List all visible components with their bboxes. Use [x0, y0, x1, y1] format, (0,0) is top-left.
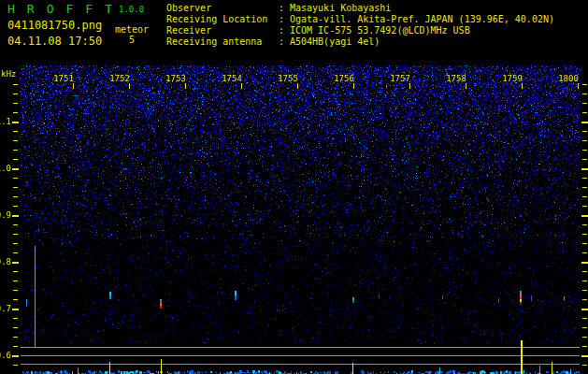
hrofft-output-screen: HROFFT 1.0.0 0411081750.png meteor 04.11… — [0, 0, 588, 374]
spectrogram-canvas — [0, 0, 588, 374]
